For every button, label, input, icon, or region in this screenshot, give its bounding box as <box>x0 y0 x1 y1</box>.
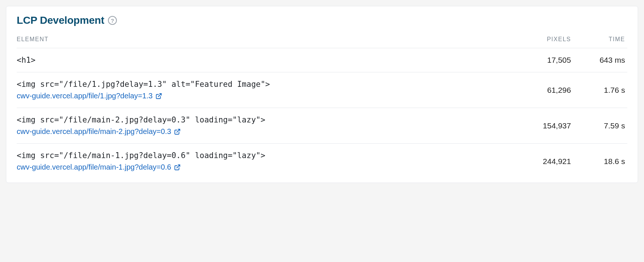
panel-title: LCP Development <box>17 14 104 26</box>
element-url-link[interactable]: cwv-guide.vercel.app/file/main-2.jpg?del… <box>17 127 171 136</box>
cell-element: <img src="/file/main-1.jpg?delay=0.6" lo… <box>17 144 514 179</box>
external-link-icon[interactable] <box>155 93 162 99</box>
element-markup: <h1> <box>17 56 512 65</box>
element-url-link[interactable]: cwv-guide.vercel.app/file/main-1.jpg?del… <box>17 163 171 171</box>
cell-pixels: 17,505 <box>514 48 573 72</box>
panel-header: LCP Development ? <box>17 14 627 26</box>
cell-pixels: 244,921 <box>514 144 573 179</box>
element-markup: <img src="/file/1.jpg?delay=1.3" alt="Fe… <box>17 80 512 89</box>
cell-time: 7.59 s <box>573 108 627 144</box>
table-row: <img src="/file/main-1.jpg?delay=0.6" lo… <box>17 144 627 179</box>
cell-pixels: 154,937 <box>514 108 573 144</box>
col-header-pixels[interactable]: PIXELS <box>514 36 573 48</box>
element-markup: <img src="/file/main-1.jpg?delay=0.6" lo… <box>17 151 512 160</box>
element-link-row: cwv-guide.vercel.app/file/1.jpg?delay=1.… <box>17 92 512 100</box>
lcp-table: ELEMENT PIXELS TIME <h1>17,505643 ms<img… <box>17 36 627 179</box>
table-row: <h1>17,505643 ms <box>17 48 627 72</box>
external-link-icon[interactable] <box>174 128 181 135</box>
table-row: <img src="/file/1.jpg?delay=1.3" alt="Fe… <box>17 72 627 108</box>
element-markup: <img src="/file/main-2.jpg?delay=0.3" lo… <box>17 115 512 124</box>
col-header-element[interactable]: ELEMENT <box>17 36 514 48</box>
cell-pixels: 61,296 <box>514 72 573 108</box>
svg-line-0 <box>158 94 161 96</box>
table-row: <img src="/file/main-2.jpg?delay=0.3" lo… <box>17 108 627 144</box>
cell-element: <h1> <box>17 48 514 72</box>
cell-element: <img src="/file/1.jpg?delay=1.3" alt="Fe… <box>17 72 514 108</box>
cell-time: 1.76 s <box>573 72 627 108</box>
cell-element: <img src="/file/main-2.jpg?delay=0.3" lo… <box>17 108 514 144</box>
element-url-link[interactable]: cwv-guide.vercel.app/file/1.jpg?delay=1.… <box>17 92 152 100</box>
element-link-row: cwv-guide.vercel.app/file/main-2.jpg?del… <box>17 127 512 136</box>
cell-time: 18.6 s <box>573 144 627 179</box>
svg-line-1 <box>177 129 180 132</box>
cell-time: 643 ms <box>573 48 627 72</box>
help-icon[interactable]: ? <box>108 16 117 25</box>
svg-line-2 <box>177 165 180 168</box>
lcp-development-panel: LCP Development ? ELEMENT PIXELS TIME <h… <box>6 6 638 183</box>
external-link-icon[interactable] <box>174 164 181 171</box>
element-link-row: cwv-guide.vercel.app/file/main-1.jpg?del… <box>17 163 512 171</box>
col-header-time[interactable]: TIME <box>573 36 627 48</box>
